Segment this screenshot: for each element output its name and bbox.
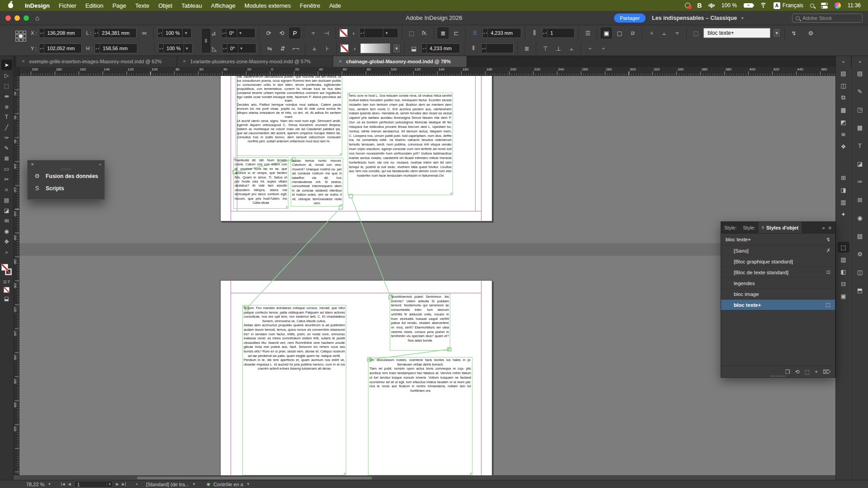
rotation-field[interactable]: ▲▼0°▼ <box>221 28 255 38</box>
style-list-item[interactable]: [Bloc de texte standard] ⊡ <box>721 267 835 278</box>
wrap-jump-icon[interactable]: ⬓ <box>408 43 419 54</box>
scripts-panel-tab[interactable]: S Scripts <box>28 182 104 194</box>
stepper-icon[interactable]: ▲▼ <box>360 28 365 38</box>
horizontal-scrollbar[interactable] <box>19 475 835 480</box>
chevron-down-icon[interactable]: ▼ <box>238 44 245 53</box>
close-icon[interactable]: ✕ <box>22 59 25 64</box>
x-position-field[interactable]: ▲▼136,208 mm <box>39 28 82 38</box>
panel-icon[interactable]: T <box>854 140 866 151</box>
chevron-down-icon[interactable]: ▼ <box>773 28 781 38</box>
fill-swatch-none[interactable] <box>1 264 8 271</box>
tool-button[interactable]: ✎ <box>1 143 12 153</box>
text-frame[interactable]: veric ocre re host L. Gra reisuam conste… <box>348 93 453 195</box>
panel-icon[interactable]: ▨ <box>854 230 866 241</box>
tool-button[interactable]: ⌕ <box>1 247 12 257</box>
chevron-down-icon[interactable]: ▼ <box>383 28 390 38</box>
align-right-icon[interactable]: ⫟ <box>672 28 683 38</box>
ruler-origin-corner[interactable] <box>14 67 19 76</box>
tool-button[interactable]: ◉ <box>1 226 12 236</box>
adobe-stock-search[interactable]: Adobe Stock <box>792 14 863 23</box>
flip-horizontal-icon[interactable]: ⇋ <box>264 43 275 54</box>
tool-button[interactable]: T <box>1 112 12 122</box>
stroke-menu-arrow-icon[interactable]: › <box>350 28 357 38</box>
clock[interactable]: 11:36 <box>848 2 861 9</box>
preflight-profile[interactable]: [Standard] (de tra... <box>146 482 189 487</box>
panel-icon[interactable]: ⊞ <box>854 194 866 205</box>
scale-y-field[interactable]: ▲▼100 %▼ <box>158 43 193 53</box>
stepper-icon[interactable]: ▲▼ <box>94 28 99 38</box>
close-icon[interactable]: ✕ <box>31 162 34 167</box>
scale-x-field[interactable]: ▲▼100 %▼ <box>157 28 192 38</box>
quick-apply-icon[interactable]: ↯ <box>788 28 799 38</box>
audio-wave-icon[interactable] <box>708 3 715 8</box>
panel-menu-icon[interactable]: ≡ <box>829 225 831 230</box>
menu-item[interactable]: Objet <box>154 0 177 11</box>
panel-icon[interactable]: ⧉ <box>838 92 849 103</box>
document-canvas[interactable]: Vat, cauterentrum iaectanducid publis? q… <box>19 76 835 475</box>
distribute-right-icon[interactable]: ⊦ <box>322 43 333 54</box>
frame-fitting-icon[interactable]: ⧄ <box>627 28 638 38</box>
panel-icon[interactable]: ⊞ <box>838 172 849 183</box>
screen-record-icon[interactable] <box>685 3 690 8</box>
menu-item[interactable]: Modules externes <box>240 0 296 11</box>
stepper-icon[interactable]: ▲▼ <box>542 28 547 38</box>
chevron-down-icon[interactable]: ▼ <box>47 482 51 486</box>
gradient-ramp-combo[interactable] <box>360 43 390 53</box>
flip-vertical-icon[interactable]: ⇵ <box>277 43 288 54</box>
tool-button[interactable]: ✑ <box>1 132 12 143</box>
tool-button[interactable]: ⬚ <box>1 80 12 91</box>
workspace-switcher[interactable]: Les indispensables – Classique ▼ <box>652 15 744 21</box>
y-position-field[interactable]: ▲▼102,052 mm <box>39 43 82 53</box>
panel-icon[interactable]: ✦ <box>838 209 849 220</box>
text-frame[interactable]: onsum. Fex mandes antratares cotisque co… <box>242 305 346 475</box>
panel-icon[interactable]: ▦ <box>854 122 866 133</box>
close-icon[interactable]: ✕ <box>183 59 186 64</box>
stepper-icon[interactable]: ▲▼ <box>483 28 488 38</box>
stroke-weight-field[interactable]: ▲▼▼ <box>359 28 398 38</box>
tool-button[interactable]: ➤ <box>1 60 12 70</box>
menu-item[interactable]: Texte <box>131 0 154 11</box>
previous-page-button[interactable]: ◀ <box>68 482 71 486</box>
reference-point-proxy[interactable] <box>15 31 26 42</box>
formatting-affects-container-icon[interactable]: ⊡ <box>3 280 7 284</box>
battery-icon[interactable]: ⌁ <box>744 3 753 8</box>
effects-button[interactable]: fx. <box>419 28 430 38</box>
chevron-down-icon[interactable]: ▼ <box>107 483 113 486</box>
object-style-combo[interactable]: bloc texte+ <box>703 28 770 38</box>
menu-item[interactable]: Aide <box>325 0 345 11</box>
panel-icon[interactable]: ≋ <box>838 129 849 140</box>
tool-button[interactable]: ✥ <box>1 236 12 247</box>
menu-item[interactable]: Page <box>108 0 131 11</box>
document-tab[interactable]: ✕exemple-grille-insertion-images-Masonry… <box>16 56 177 67</box>
stepper-icon[interactable]: ▲▼ <box>39 28 44 38</box>
tool-button[interactable]: ◪ <box>1 205 12 216</box>
zoom-level[interactable]: 78,22 % <box>26 482 44 487</box>
footer-icon[interactable]: ❐ <box>785 369 790 375</box>
footer-icon[interactable]: ⬚ <box>805 369 810 375</box>
stepper-icon[interactable]: ▲▼ <box>422 44 427 53</box>
preflight-label[interactable]: Contrôle en a <box>213 482 243 487</box>
stepper-icon[interactable]: ▲▼ <box>222 28 226 38</box>
app-circle-icon[interactable] <box>835 2 841 9</box>
clear-transformations-icon[interactable]: ⌐¬ <box>290 43 301 54</box>
tab-object-styles[interactable]: ◊Styles d'objet <box>759 222 802 233</box>
page-number-field[interactable]: 1▼ <box>74 481 113 488</box>
wrap-none-icon[interactable]: ≣ <box>438 28 448 38</box>
menu-item[interactable]: Affichage <box>207 0 240 11</box>
vertical-justify-icon[interactable]: ⍆ <box>598 43 609 54</box>
stepper-icon[interactable]: ▲▼ <box>95 44 100 53</box>
fit-frame-icon[interactable]: ▣ <box>601 28 612 38</box>
collapse-panels-icon[interactable]: « <box>842 59 844 64</box>
scrollbar-thumb[interactable] <box>137 477 372 479</box>
chevron-down-icon[interactable]: ▼ <box>237 28 244 38</box>
wrap-offset-bottom-field[interactable]: ▲▼4,233 mm <box>421 43 460 53</box>
shear-field[interactable]: ▲▼0°▼ <box>222 43 256 53</box>
tool-button[interactable]: ⧈ <box>1 101 12 112</box>
panel-icon[interactable]: ▤ <box>838 68 849 79</box>
stepper-icon[interactable]: ▲▼ <box>39 44 44 53</box>
panel-icon[interactable]: ◫ <box>854 267 866 277</box>
align-middle-icon[interactable]: ⊥ <box>553 43 564 54</box>
data-merge-panel-tab[interactable]: ⚙ Fusion des données <box>28 170 104 182</box>
tab-character-styles[interactable]: Style: <box>740 222 759 233</box>
panel-icon[interactable]: ◩ <box>838 117 849 127</box>
